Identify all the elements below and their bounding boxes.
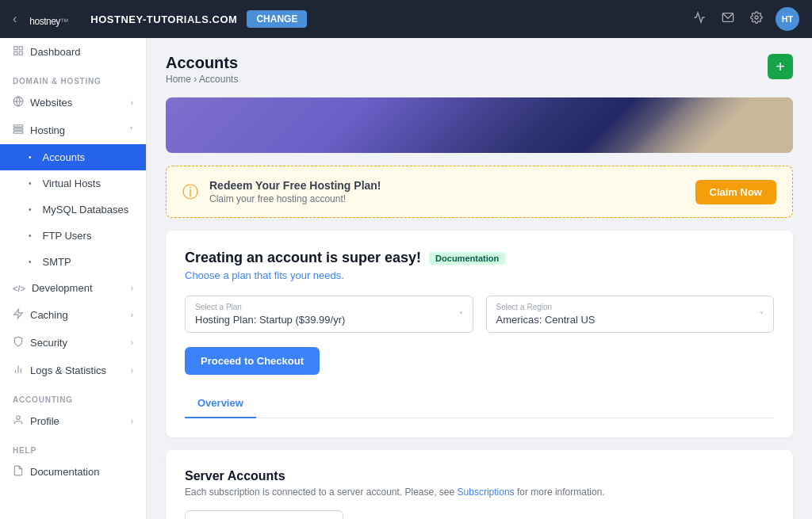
region-select[interactable]: Select a Region Americas: Central US ˅: [486, 296, 775, 333]
logo: hostney™: [29, 9, 68, 29]
server-accounts-subtitle: Each subscription is connected to a serv…: [185, 487, 774, 498]
chevron-right-icon: ›: [131, 311, 133, 319]
sidebar-label-ftp: FTP Users: [43, 230, 92, 242]
documentation-icon: [13, 465, 24, 479]
hosting-icon: [13, 124, 24, 137]
chevron-right-icon: ›: [131, 366, 133, 375]
region-select-label: Select a Region: [496, 303, 764, 311]
svg-rect-2: [14, 47, 17, 50]
chevron-right-icon: ›: [131, 284, 133, 292]
server-accounts-card: Server Accounts Each subscription is con…: [166, 450, 793, 519]
sidebar-section-help: HELP: [0, 435, 146, 458]
claim-now-button[interactable]: Claim Now: [695, 180, 776, 204]
plan-chevron-icon: ˅: [459, 310, 463, 319]
mail-icon[interactable]: [718, 8, 737, 30]
sidebar-item-dashboard[interactable]: Dashboard: [0, 38, 146, 66]
chevron-right-icon: ›: [131, 338, 133, 347]
sidebar-item-security[interactable]: Security ›: [0, 329, 146, 357]
sidebar-item-websites[interactable]: Websites ›: [0, 89, 146, 116]
add-account-button[interactable]: +: [768, 54, 793, 79]
subscriptions-link[interactable]: Subscriptions: [458, 487, 515, 498]
search-input[interactable]: [185, 510, 343, 519]
promotional-banner: [166, 97, 793, 153]
tab-overview[interactable]: Overview: [185, 389, 256, 418]
sidebar-item-ftp[interactable]: FTP Users: [0, 223, 146, 249]
create-title: Creating an account is super easy!: [185, 250, 421, 266]
breadcrumb: Home › Accounts: [166, 74, 238, 85]
activity-icon[interactable]: [690, 8, 709, 30]
sidebar-label-mysql: MySQL Databases: [43, 204, 129, 216]
sidebar-label-websites: Websites: [30, 97, 72, 109]
promo-info-icon: ⓘ: [182, 181, 198, 203]
region-chevron-icon: ˅: [760, 310, 764, 319]
chevron-right-icon: ›: [131, 98, 133, 107]
page-header: Accounts Home › Accounts +: [166, 54, 793, 85]
breadcrumb-home[interactable]: Home: [166, 74, 191, 85]
sidebar-label-hosting: Hosting: [30, 124, 65, 136]
sidebar-item-mysql[interactable]: MySQL Databases: [0, 197, 146, 223]
back-button[interactable]: ‹: [13, 12, 17, 26]
sidebar-label-documentation: Documentation: [30, 466, 99, 478]
sidebar-label-profile: Profile: [30, 415, 59, 427]
account-tabs: Overview: [185, 389, 774, 418]
region-select-value: Americas: Central US: [496, 314, 764, 326]
create-account-card: Creating an account is super easy! Docum…: [166, 231, 793, 437]
sidebar-item-documentation[interactable]: Documentation: [0, 458, 146, 486]
plan-region-selects: Select a Plan Hosting Plan: Startup ($39…: [185, 296, 774, 333]
user-avatar[interactable]: HT: [776, 7, 799, 31]
plan-select-label: Select a Plan: [195, 303, 463, 311]
chevron-right-icon: ›: [131, 417, 133, 426]
sidebar-item-caching[interactable]: Caching ›: [0, 301, 146, 329]
create-heading: Creating an account is super easy! Docum…: [185, 250, 774, 266]
sidebar-label-virtual-hosts: Virtual Hosts: [43, 177, 101, 189]
top-navigation: ‹ hostney™ HOSTNEY-TUTORIALS.COM CHANGE …: [0, 0, 812, 38]
sidebar-item-development[interactable]: </> Development ›: [0, 275, 146, 301]
settings-icon[interactable]: [747, 8, 766, 30]
promo-banner: ⓘ Redeem Your Free Hosting Plan! Claim y…: [166, 166, 793, 218]
promo-subtitle: Claim your free hosting account!: [209, 193, 381, 204]
main-content: Accounts Home › Accounts + ⓘ Redeem Your…: [147, 38, 812, 519]
promo-title: Redeem Your Free Hosting Plan!: [209, 179, 381, 192]
svg-rect-4: [14, 52, 17, 55]
sidebar-item-profile[interactable]: Profile ›: [0, 407, 146, 435]
sidebar-label-dashboard: Dashboard: [30, 46, 81, 58]
plan-select-value: Hosting Plan: Startup ($39.99/yr): [195, 314, 463, 326]
checkout-button[interactable]: Proceed to Checkout: [185, 347, 320, 375]
sidebar-label-smtp: SMTP: [43, 256, 71, 268]
domain-label: HOSTNEY-TUTORIALS.COM: [90, 13, 237, 25]
sidebar-label-caching: Caching: [30, 309, 68, 321]
chevron-down-icon: ˅: [129, 126, 133, 135]
svg-marker-11: [14, 309, 23, 319]
server-accounts-title: Server Accounts: [185, 469, 774, 483]
svg-point-1: [755, 16, 758, 19]
page-title: Accounts: [166, 54, 238, 72]
svg-rect-10: [13, 132, 23, 133]
create-subtitle: Choose a plan that fits your needs.: [185, 269, 774, 281]
sidebar-item-smtp[interactable]: SMTP: [0, 249, 146, 275]
dashboard-icon: [13, 45, 24, 59]
sidebar-item-virtual-hosts[interactable]: Virtual Hosts: [0, 170, 146, 197]
sidebar-item-hosting[interactable]: Hosting ˅: [0, 116, 146, 144]
sidebar-label-development: Development: [32, 282, 93, 294]
websites-icon: [13, 96, 24, 109]
caching-icon: [13, 308, 24, 322]
svg-rect-8: [13, 125, 23, 127]
development-icon: </>: [13, 284, 25, 293]
breadcrumb-sep: ›: [193, 74, 197, 85]
sidebar-section-domain: DOMAIN & HOSTING: [0, 66, 146, 89]
sidebar-section-accounting: ACCOUNTING: [0, 384, 146, 407]
svg-rect-3: [19, 47, 22, 50]
sidebar-item-accounts[interactable]: Accounts: [0, 144, 146, 170]
sidebar-item-logs[interactable]: Logs & Statistics ›: [0, 357, 146, 384]
sidebar: Dashboard DOMAIN & HOSTING Websites › Ho…: [0, 38, 147, 519]
change-domain-button[interactable]: CHANGE: [247, 10, 307, 28]
sidebar-label-logs: Logs & Statistics: [30, 364, 106, 376]
logs-icon: [13, 364, 24, 377]
sidebar-label-security: Security: [30, 337, 67, 349]
svg-point-15: [17, 416, 21, 420]
documentation-badge[interactable]: Documentation: [429, 252, 505, 265]
svg-rect-5: [19, 52, 22, 55]
security-icon: [13, 336, 24, 349]
plan-select[interactable]: Select a Plan Hosting Plan: Startup ($39…: [185, 296, 473, 333]
svg-rect-9: [13, 128, 23, 130]
